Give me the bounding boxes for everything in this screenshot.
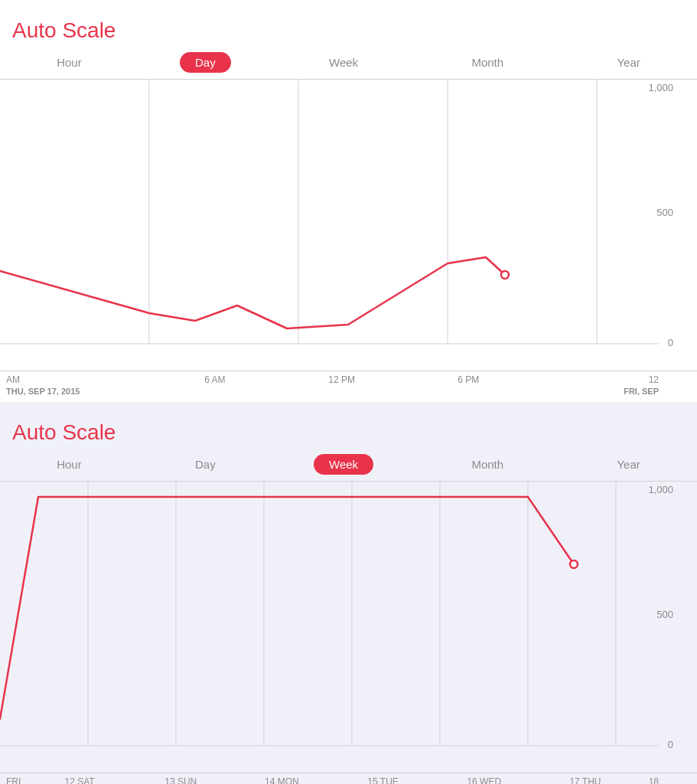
chart-title-1: Auto Scale	[0, 12, 697, 46]
tab-year-1[interactable]: Year	[601, 52, 655, 73]
x-label-14mon: 14 MON	[231, 776, 332, 784]
x-label-16wed: 16 WED	[434, 776, 535, 784]
tab-day-2[interactable]: Day	[180, 454, 231, 475]
tab-week-2[interactable]: Week	[314, 454, 373, 475]
tab-week-1[interactable]: Week	[314, 52, 373, 73]
tab-hour-2[interactable]: Hour	[41, 454, 97, 475]
x-label-fri: FRI	[6, 776, 29, 784]
time-tabs-2: Hour Day Week Month Year	[0, 448, 697, 481]
chart-section-2: Auto Scale Hour Day Week Month Year 1,00…	[0, 402, 697, 784]
x-labels-1: AM 6 AM 12 PM 6 PM 12	[0, 371, 697, 387]
svg-text:500: 500	[656, 609, 673, 620]
svg-text:500: 500	[656, 207, 673, 218]
chart-svg-1: 1,000 500 0	[0, 80, 697, 371]
x-label-12pm: 12 PM	[278, 374, 405, 385]
x-label-am: AM	[6, 374, 37, 385]
svg-text:1,000: 1,000	[648, 82, 673, 93]
svg-rect-0	[0, 80, 697, 371]
svg-point-22	[570, 560, 578, 568]
x-label-12: 12	[532, 374, 659, 385]
chart-area-2: 1,000 500 0	[0, 482, 697, 773]
tab-day-1[interactable]: Day	[180, 52, 231, 73]
tab-month-2[interactable]: Month	[456, 454, 519, 475]
svg-text:0: 0	[668, 739, 673, 750]
tab-month-1[interactable]: Month	[456, 52, 519, 73]
date-left-1: THU, SEP 17, 2015	[6, 387, 80, 396]
x-label-17thu: 17 THU	[535, 776, 636, 784]
x-label-6pm: 6 PM	[405, 374, 533, 385]
svg-point-9	[501, 271, 509, 279]
svg-text:0: 0	[668, 337, 673, 348]
svg-text:1,000: 1,000	[648, 484, 673, 495]
chart-section-1: Auto Scale Hour Day Week Month Year 1,00…	[0, 0, 697, 402]
time-tabs-1: Hour Day Week Month Year	[0, 46, 697, 79]
date-right-1: FRI, SEP	[624, 387, 659, 396]
tab-hour-1[interactable]: Hour	[41, 52, 97, 73]
tab-year-2[interactable]: Year	[601, 454, 655, 475]
x-label-15tue: 15 TUE	[333, 776, 434, 784]
x-label-18: 18	[636, 776, 659, 784]
x-label-12sat: 12 SAT	[29, 776, 130, 784]
x-label-13sun: 13 SUN	[130, 776, 231, 784]
chart-title-2: Auto Scale	[0, 414, 697, 448]
chart-svg-2: 1,000 500 0	[0, 482, 697, 773]
chart-area-1: 1,000 500 0	[0, 80, 697, 371]
date-row-1: THU, SEP 17, 2015 FRI, SEP	[0, 387, 697, 402]
svg-rect-10	[0, 482, 697, 773]
x-axis-row-1: AM 6 AM 12 PM 6 PM 12	[0, 371, 697, 387]
x-label-6am: 6 AM	[151, 374, 278, 385]
x-axis-row-2: FRI 12 SAT 13 SUN 14 MON 15 TUE 16 WED 1…	[0, 773, 697, 784]
